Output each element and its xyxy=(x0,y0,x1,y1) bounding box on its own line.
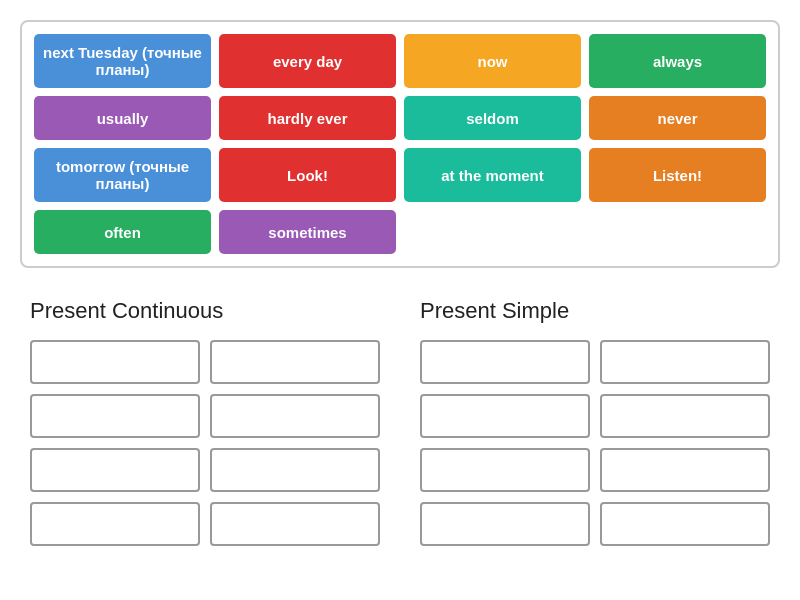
tile-next-tuesday[interactable]: next Tuesday (точные планы) xyxy=(34,34,211,88)
drop-cell-present-simple-5[interactable] xyxy=(600,448,770,492)
tile-usually[interactable]: usually xyxy=(34,96,211,140)
tile-listen[interactable]: Listen! xyxy=(589,148,766,202)
drop-cell-present-continuous-0[interactable] xyxy=(30,340,200,384)
drop-cell-present-simple-4[interactable] xyxy=(420,448,590,492)
drop-cell-present-simple-0[interactable] xyxy=(420,340,590,384)
drop-cell-present-continuous-2[interactable] xyxy=(30,394,200,438)
word-bank: next Tuesday (точные планы)every daynowa… xyxy=(20,20,780,268)
drop-cell-present-continuous-6[interactable] xyxy=(30,502,200,546)
tile-never[interactable]: never xyxy=(589,96,766,140)
tile-look[interactable]: Look! xyxy=(219,148,396,202)
drop-cell-present-continuous-7[interactable] xyxy=(210,502,380,546)
tile-sometimes[interactable]: sometimes xyxy=(219,210,396,254)
tile-often[interactable]: often xyxy=(34,210,211,254)
tile-every-day[interactable]: every day xyxy=(219,34,396,88)
tile-hardly-ever[interactable]: hardly ever xyxy=(219,96,396,140)
sort-column-title-present-simple: Present Simple xyxy=(420,298,770,324)
drop-cell-present-simple-6[interactable] xyxy=(420,502,590,546)
sort-column-title-present-continuous: Present Continuous xyxy=(30,298,380,324)
tile-now[interactable]: now xyxy=(404,34,581,88)
drop-grid-present-continuous xyxy=(30,340,380,546)
drop-cell-present-continuous-1[interactable] xyxy=(210,340,380,384)
drop-cell-present-continuous-5[interactable] xyxy=(210,448,380,492)
tile-always[interactable]: always xyxy=(589,34,766,88)
drop-cell-present-continuous-4[interactable] xyxy=(30,448,200,492)
tile-at-the-moment[interactable]: at the moment xyxy=(404,148,581,202)
drop-grid-present-simple xyxy=(420,340,770,546)
tile-tomorrow[interactable]: tomorrow (точные планы) xyxy=(34,148,211,202)
drop-cell-present-simple-7[interactable] xyxy=(600,502,770,546)
sort-column-present-simple: Present Simple xyxy=(420,298,770,546)
sort-section: Present ContinuousPresent Simple xyxy=(20,298,780,546)
drop-cell-present-simple-1[interactable] xyxy=(600,340,770,384)
drop-cell-present-continuous-3[interactable] xyxy=(210,394,380,438)
sort-column-present-continuous: Present Continuous xyxy=(30,298,380,546)
drop-cell-present-simple-3[interactable] xyxy=(600,394,770,438)
drop-cell-present-simple-2[interactable] xyxy=(420,394,590,438)
tile-seldom[interactable]: seldom xyxy=(404,96,581,140)
